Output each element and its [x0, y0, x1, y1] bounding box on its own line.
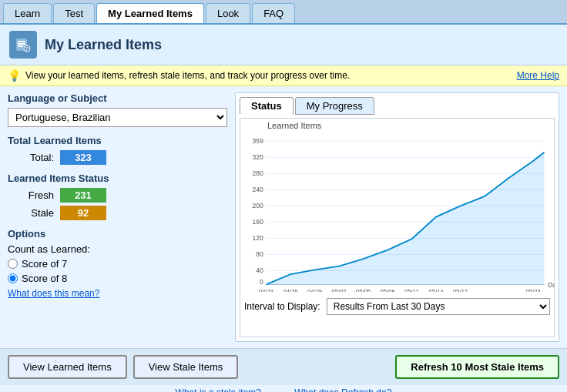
view-learned-button[interactable]: View Learned Items — [8, 355, 127, 379]
svg-rect-2 — [18, 43, 25, 45]
svg-text:05/17: 05/17 — [453, 288, 468, 292]
svg-text:04/29: 04/29 — [307, 288, 322, 292]
svg-text:05/02: 05/02 — [332, 288, 347, 292]
svg-rect-3 — [18, 45, 23, 47]
left-panel: Language or Subject Portuguese, Brazilia… — [8, 92, 227, 342]
options-section: Options Count as Learned: Score of 7 Sco… — [8, 228, 227, 299]
status-section: Learned Items Status Fresh 231 Stale 92 — [8, 173, 227, 220]
svg-text:40: 40 — [256, 266, 263, 274]
svg-text:05/05: 05/05 — [356, 288, 371, 292]
svg-rect-1 — [18, 41, 25, 42]
fresh-badge: 231 — [60, 188, 106, 203]
total-badge: 323 — [60, 150, 106, 165]
body-layout: Language or Subject Portuguese, Brazilia… — [0, 86, 567, 348]
more-help-link[interactable]: More Help — [517, 70, 559, 81]
score8-row: Score of 8 — [8, 273, 227, 284]
svg-text:120: 120 — [252, 234, 263, 242]
interval-label: Interval to Display: — [244, 301, 320, 312]
what-refresh-link[interactable]: What does Refresh do? — [294, 387, 391, 392]
sub-tab-status[interactable]: Status — [240, 97, 294, 115]
chart-container: Learned Items 359 320 280 240 200 160 12… — [240, 118, 555, 337]
interval-select[interactable]: Results From Last 30 Days — [327, 298, 550, 315]
svg-text:Date: Date — [548, 281, 554, 289]
info-bar: 💡 View your learned items, refresh stale… — [0, 65, 567, 86]
tab-test[interactable]: Test — [53, 3, 95, 23]
score7-label: Score of 7 — [22, 258, 67, 270]
chart-svg: 359 320 280 240 200 160 120 80 40 0 — [240, 130, 554, 292]
right-panel: Status My Progress Learned Items 359 320… — [235, 92, 559, 342]
tab-look[interactable]: Look — [206, 3, 250, 23]
svg-text:?: ? — [25, 46, 29, 52]
stale-row: Stale 92 — [8, 206, 227, 220]
what-link[interactable]: What does this mean? — [8, 288, 99, 299]
main-content: ? My Learned Items 💡 View your learned i… — [0, 25, 567, 392]
total-label: Total: — [8, 152, 54, 163]
stale-links: What is a stale item? What does Refresh … — [0, 385, 567, 392]
stale-badge: 92 — [60, 206, 106, 220]
tab-learn[interactable]: Learn — [3, 3, 52, 23]
sub-tab-progress[interactable]: My Progress — [295, 97, 374, 115]
svg-text:05/14: 05/14 — [429, 288, 445, 292]
fresh-row: Fresh 231 — [8, 188, 227, 203]
page-title: My Learned Items — [45, 37, 162, 53]
page-header: ? My Learned Items — [0, 25, 567, 65]
info-bar-left: 💡 View your learned items, refresh stale… — [8, 69, 350, 82]
bottom-bar: View Learned Items View Stale Items Refr… — [0, 348, 567, 385]
score8-radio[interactable] — [8, 273, 18, 283]
svg-text:200: 200 — [252, 202, 263, 209]
svg-text:05/11: 05/11 — [404, 288, 419, 292]
view-stale-button[interactable]: View Stale Items — [133, 355, 239, 379]
svg-text:320: 320 — [252, 153, 263, 161]
svg-text:0: 0 — [260, 278, 263, 286]
svg-text:280: 280 — [252, 169, 263, 177]
count-as-row: Count as Learned: — [8, 243, 227, 255]
score7-row: Score of 7 — [8, 258, 227, 270]
chart-title: Learned Items — [240, 119, 554, 130]
svg-text:04/23: 04/23 — [259, 288, 273, 292]
language-select[interactable]: Portuguese, Brazilian — [8, 108, 227, 127]
refresh-button[interactable]: Refresh 10 Most Stale Items — [395, 355, 559, 379]
language-label: Language or Subject — [8, 92, 227, 104]
total-section: Total Learned Items Total: 323 — [8, 135, 227, 165]
svg-text:05/08: 05/08 — [381, 288, 395, 292]
what-stale-link[interactable]: What is a stale item? — [176, 387, 261, 392]
svg-text:05/23: 05/23 — [526, 288, 541, 292]
tab-bar: Learn Test My Learned Items Look FAQ — [0, 0, 567, 25]
svg-text:160: 160 — [252, 218, 263, 226]
radio-group: Score of 7 Score of 8 — [8, 258, 227, 284]
total-section-label: Total Learned Items — [8, 135, 227, 146]
interval-row: Interval to Display: Results From Last 3… — [240, 294, 554, 317]
status-section-label: Learned Items Status — [8, 173, 227, 184]
stale-label: Stale — [8, 207, 54, 219]
score7-radio[interactable] — [8, 259, 18, 269]
svg-text:359: 359 — [252, 137, 263, 145]
info-icon: 💡 — [8, 69, 21, 82]
score8-label: Score of 8 — [22, 273, 67, 284]
page-icon: ? — [9, 31, 37, 59]
svg-marker-26 — [267, 152, 545, 285]
total-row: Total: 323 — [8, 150, 227, 165]
info-text: View your learned items, refresh stale i… — [25, 70, 350, 81]
svg-text:04/26: 04/26 — [284, 288, 298, 292]
options-label: Options — [8, 228, 227, 240]
fresh-label: Fresh — [8, 189, 54, 201]
sub-tabs: Status My Progress — [240, 97, 555, 115]
count-as-label: Count as Learned: — [8, 243, 90, 255]
svg-text:240: 240 — [252, 186, 263, 193]
svg-text:80: 80 — [256, 250, 263, 258]
tab-my-learned-items[interactable]: My Learned Items — [96, 3, 204, 23]
tab-faq[interactable]: FAQ — [252, 3, 295, 23]
